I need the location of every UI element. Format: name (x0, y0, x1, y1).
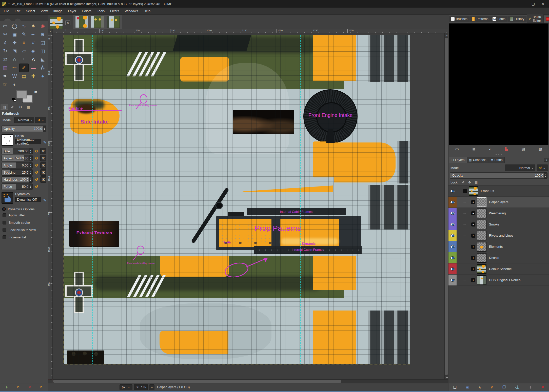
menu-item[interactable]: Image (50, 8, 65, 14)
link-to-brush-icon[interactable]: Ж (40, 162, 46, 169)
layer-expander[interactable]: + (471, 256, 475, 260)
menu-item[interactable]: Colors (79, 8, 94, 14)
spin-buttons[interactable]: ▲▼ (29, 170, 32, 175)
layer-thumbnail[interactable] (477, 209, 486, 218)
delete-tool-preset-button[interactable]: ✕ (28, 385, 31, 389)
menu-item[interactable]: View (38, 8, 51, 14)
dynamics-name-field[interactable]: Dynamics Off (15, 197, 41, 202)
close-image-icon[interactable]: ✕ (65, 20, 70, 25)
rotate-tool[interactable]: ↻ (1, 47, 10, 55)
link-to-brush-icon[interactable]: Ж (40, 148, 46, 154)
foreground-select-tool[interactable]: ▣ (10, 30, 19, 38)
close-button[interactable]: ✕ (541, 2, 544, 6)
ellipse-select-tool[interactable]: ◯ (10, 22, 19, 30)
dock-tab[interactable]: Patterns (470, 16, 491, 22)
dock-tab[interactable]: Aa Fonts (491, 16, 507, 22)
layers-dock-tab[interactable]: ❏ Layers (449, 157, 466, 163)
reset-icon[interactable]: ↺ (34, 156, 39, 161)
layer-thumbnail[interactable] (477, 253, 486, 263)
image-tab-3[interactable] (91, 16, 104, 28)
selection-editor-preview[interactable] (449, 23, 548, 145)
layer-visibility-eye-icon[interactable] (450, 279, 455, 282)
minimize-button[interactable]: ─ (522, 2, 525, 6)
lock-pixels-icon[interactable]: ✐ (462, 180, 465, 184)
layer-row[interactable]: + Helper layers (448, 197, 549, 208)
foreground-color-swatch[interactable] (17, 91, 27, 98)
layer-expander[interactable]: − (463, 189, 467, 193)
brush-name-field[interactable]: texturemate-spatter1 (15, 139, 41, 144)
select-by-color-tool[interactable]: ◉ (38, 22, 47, 30)
bucket-fill-tool[interactable]: ◣ (38, 55, 47, 64)
horizontal-scroll-thumb[interactable] (53, 380, 341, 383)
layer-row[interactable]: + Rivets and Lines (448, 230, 549, 241)
layer-visibility-eye-icon[interactable] (450, 256, 455, 259)
move-tool[interactable]: ✥ (10, 38, 19, 47)
layers-menu-button[interactable]: ◂ (544, 158, 548, 162)
ink-tool[interactable]: ✒ (1, 72, 10, 80)
layer-expander[interactable]: + (471, 278, 475, 282)
shear-tool[interactable]: ▱ (19, 47, 29, 55)
new-layer-button[interactable]: ❏ (453, 385, 456, 389)
layer-expander[interactable]: + (471, 267, 475, 271)
dock-tab[interactable]: Brushes (449, 16, 469, 22)
layer-row[interactable]: + Colour Scheme (448, 263, 549, 275)
mode-reset-button[interactable]: ↺ ⌄ (35, 117, 46, 123)
quick-mask-toggle[interactable] (48, 380, 53, 383)
layer-visibility-eye-icon[interactable] (450, 190, 455, 193)
select-none-button[interactable]: ⊠ (472, 147, 476, 151)
option-slider[interactable]: Size 200.00 ▲▼ (2, 148, 33, 154)
option-slider[interactable]: Force 50.0 ▲▼ (2, 183, 33, 190)
layer-opacity-slider[interactable]: Opacity 100.0 ▲▼ (450, 172, 547, 179)
flip-tool[interactable]: ⇄ (1, 55, 10, 64)
menu-item[interactable]: Tools (94, 8, 107, 14)
smudge-tool[interactable]: ☞ (1, 80, 10, 89)
cage-transform-tool[interactable]: ⌂ (10, 55, 19, 64)
select-all-button[interactable]: ▭ (455, 147, 459, 151)
eraser-tool[interactable]: ▬ (29, 64, 38, 72)
zoom-dropdown-button[interactable]: ⌄ (149, 384, 154, 390)
layer-mode-reset-button[interactable]: ↺ ⌄ (537, 164, 548, 171)
dynamics-options-expander[interactable]: ✚ Dynamics Options (1, 205, 47, 212)
layer-thumbnail[interactable] (477, 197, 486, 207)
default-colors-icon[interactable] (12, 98, 16, 101)
option-slider[interactable]: Aspect Ratio 13.30 ▲▼ (2, 155, 33, 161)
edit-dynamics-icon[interactable]: ✎ (43, 198, 46, 203)
dock-tab[interactable]: History (508, 16, 526, 22)
layer-expander[interactable]: + (471, 234, 475, 238)
option-checkbox-row[interactable]: Lock brush to view (1, 226, 47, 234)
swap-colors-icon[interactable]: ⇄ (34, 90, 37, 94)
crop-tool[interactable]: # (29, 38, 38, 47)
clone-tool[interactable]: ▤ (19, 72, 29, 80)
selection-to-path-button[interactable]: ▨ (521, 147, 525, 151)
menu-item[interactable]: Filters (107, 8, 122, 14)
lock-alpha-icon[interactable]: ▦ (475, 180, 478, 184)
restore-tool-preset-button[interactable]: ↺ (17, 385, 20, 389)
reset-icon[interactable]: ↺ (34, 149, 39, 154)
pencil-tool[interactable]: ✏ (10, 64, 19, 72)
free-select-tool[interactable]: ∿ (19, 22, 29, 30)
opacity-slider[interactable]: Opacity 100.0 ▲▼ (2, 126, 46, 132)
dynamics-thumbnail[interactable] (2, 192, 13, 204)
spin-buttons[interactable]: ▲▼ (544, 173, 547, 178)
layer-thumbnail[interactable] (477, 231, 486, 240)
paint-mode-dropdown[interactable]: Normal ⌄ (14, 117, 34, 123)
dockable-tab-icon[interactable]: ↺ (17, 104, 24, 110)
dock-tab[interactable]: ✐ Brush Editor (527, 14, 544, 24)
airbrush-tool[interactable]: ⁂ (38, 64, 47, 72)
paintbrush-tool[interactable]: ✐ (19, 64, 29, 72)
dodge-burn-tool[interactable]: ◐ (10, 80, 19, 89)
duplicate-layer-button[interactable]: ❐ (502, 385, 506, 389)
image-tab-front-fus[interactable] (50, 17, 63, 29)
zoom-tool[interactable]: ⊕ (38, 30, 47, 38)
guide-line[interactable] (300, 35, 301, 364)
scissors-select-tool[interactable]: ✂ (1, 30, 10, 38)
link-to-brush-icon[interactable]: Ж (40, 176, 46, 183)
brush-thumbnail[interactable] (2, 134, 13, 146)
heal-tool[interactable]: ✚ (29, 72, 38, 80)
link-to-brush-icon[interactable]: Ж (40, 169, 46, 176)
checkbox[interactable] (3, 228, 6, 232)
canvas-viewport[interactable]: Fus line Side Intake Front windshield bi… (53, 33, 444, 379)
merge-layer-button[interactable]: ⇓ (529, 385, 532, 389)
spin-buttons[interactable]: ▲▼ (29, 148, 32, 154)
layer-row[interactable]: + Smoke (448, 219, 549, 230)
